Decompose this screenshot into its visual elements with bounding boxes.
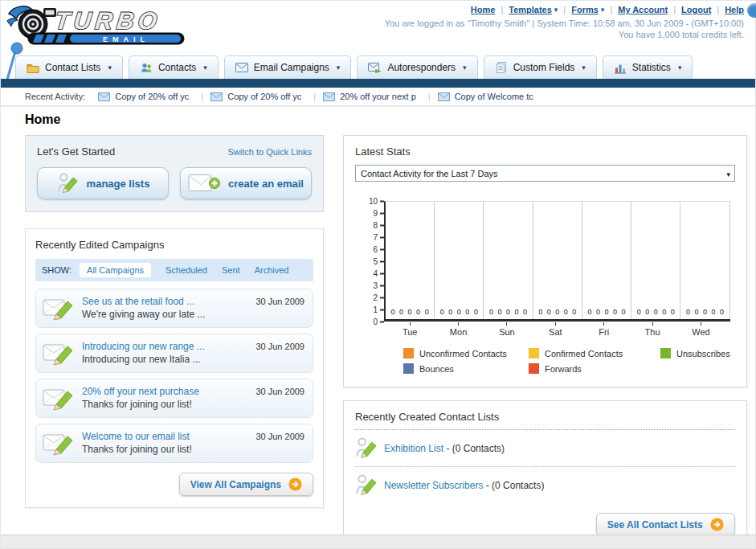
campaign-subtitle: Introducing our new Italia ... [82, 353, 248, 366]
nav-tab-label: Autoresponders [387, 62, 456, 73]
chart-value-label: 0 [440, 308, 444, 316]
chart-value-label: 0 [720, 308, 724, 316]
stats-period-select[interactable]: Contact Activity for the Last 7 Days [355, 165, 735, 182]
campaign-date: 30 Jun 2009 [255, 297, 304, 306]
x-axis-label: Tue [386, 322, 434, 337]
header-link-anchor[interactable]: Templates [509, 5, 552, 14]
chart-x-axis: TueMonSunSatFriThuWed [386, 322, 725, 337]
campaign-filter-tab[interactable]: Archived [255, 265, 289, 275]
legend-label: Unconfirmed Contacts [419, 349, 507, 358]
campaign-list-item[interactable]: See us at the retail food ... We're givi… [35, 289, 313, 328]
nav-tab[interactable]: Autoresponders [357, 55, 477, 79]
see-all-contact-lists-label: See All Contact Lists [607, 519, 703, 531]
recent-activity-bar: Recent Activity: Copy of 20% off yc Copy… [1, 88, 755, 106]
contact-list-link[interactable]: Newsletter Subscribers [384, 480, 483, 491]
chart-value-label: 0 [408, 308, 412, 316]
campaign-edit-icon [43, 432, 75, 456]
nav-tab[interactable]: Statistics [603, 55, 693, 79]
get-started-button[interactable]: create an email [180, 167, 312, 199]
get-started-button[interactable]: manage lists [37, 167, 169, 199]
envelope-icon [210, 92, 223, 101]
latest-stats-title: Latest Stats [355, 145, 735, 158]
campaign-date: 30 Jun 2009 [255, 342, 304, 351]
chart-value-label: 0 [538, 308, 542, 316]
page-title: Home [25, 113, 731, 127]
campaign-date: 30 Jun 2009 [255, 432, 304, 441]
recent-activity-item[interactable]: Copy of 20% off yc [98, 92, 210, 101]
y-tick-label: 9 [373, 209, 384, 218]
campaign-list: See us at the retail food ... We're givi… [35, 289, 313, 463]
header-link-anchor[interactable]: My Account [618, 5, 668, 14]
campaign-filter-tab[interactable]: Scheduled [166, 265, 207, 275]
nav-tab[interactable]: Contacts [129, 55, 219, 79]
chart-value-label: 0 [703, 308, 707, 316]
contact-lists-title: Recently Created Contact Lists [355, 411, 735, 430]
nav-tab[interactable]: Contact Lists [15, 55, 123, 79]
campaign-filter-tab[interactable]: Sent [222, 265, 240, 275]
y-tick-label: 5 [373, 257, 384, 266]
recent-activity-item-label: Copy of 20% off yc [227, 92, 301, 101]
chart-value-label: 0 [465, 308, 469, 316]
turbo-email-logo[interactable]: TURBO EMAIL [6, 2, 194, 49]
nav-tab[interactable]: Email Campaigns [224, 55, 352, 79]
campaign-filter-tab[interactable]: All Campaigns [80, 263, 151, 277]
dropdown-arrow-icon [601, 6, 605, 14]
contact-list-items: Exhibition List - (0 Contacts) Newslette… [355, 430, 735, 503]
legend-item: Unconfirmed Contacts [403, 348, 529, 358]
campaign-title-link[interactable]: Welcome to our email list [82, 430, 248, 443]
chart-value-label: 0 [498, 308, 502, 316]
get-started-panel: Let's Get Started Switch to Quick Links … [25, 135, 324, 212]
latest-stats-panel: Latest Stats Contact Activity for the La… [343, 135, 747, 387]
legend-swatch [529, 363, 539, 374]
y-tick-label: 4 [373, 269, 384, 278]
campaigns-filter-bar: SHOW: All Campaigns Scheduled Sent Archi… [35, 259, 313, 281]
nav-tab[interactable]: Custom Fields [484, 55, 597, 79]
view-all-campaigns-button[interactable]: View All Campaigns [179, 473, 313, 496]
chart-value-label: 0 [416, 308, 420, 316]
campaign-title-link[interactable]: 20% off your next purchase [82, 385, 248, 398]
recent-activity-item[interactable]: Copy of 20% off yc [210, 92, 323, 101]
header-link-anchor[interactable]: Help [725, 5, 744, 14]
chart-day-column: 00000 [484, 202, 533, 319]
y-tick-label: 10 [369, 197, 384, 206]
select-dropdown-arrow-icon [725, 169, 732, 178]
chart-value-label: 0 [622, 308, 626, 316]
nav-tab-label: Custom Fields [513, 62, 575, 73]
legend-swatch [403, 363, 414, 374]
header-link: Templates [509, 5, 571, 14]
recent-activity-label: Recent Activity: [25, 92, 85, 101]
chart-value-label: 0 [694, 308, 698, 316]
chart-value-label: 0 [515, 308, 519, 316]
header-link-anchor[interactable]: Logout [681, 5, 711, 14]
campaign-list-item[interactable]: Introducing our new range ... Introducin… [35, 334, 313, 373]
contact-list-count: - (0 Contacts) [486, 480, 545, 491]
legend-item: Forwards [529, 363, 660, 374]
contact-list-item[interactable]: Newsletter Subscribers - (0 Contacts) [355, 467, 735, 503]
header-link-anchor[interactable]: Forms [571, 5, 599, 14]
envelope-icon [438, 92, 450, 101]
chart-value-label: 0 [448, 308, 452, 316]
header-link-anchor[interactable]: Home [471, 5, 496, 14]
recent-activity-item[interactable]: Copy of Welcome tc [438, 92, 533, 101]
help-bubble-icon[interactable] [747, 3, 756, 18]
contact-list-item[interactable]: Exhibition List - (0 Contacts) [355, 430, 735, 467]
campaign-list-item[interactable]: Welcome to our email list Thanks for joi… [35, 424, 313, 463]
campaign-edit-icon [43, 342, 75, 366]
statistics-icon [614, 62, 627, 74]
campaign-title-link[interactable]: Introducing our new range ... [82, 340, 248, 353]
contact-list-link[interactable]: Exhibition List [384, 443, 443, 454]
campaign-title-link[interactable]: See us at the retail food ... [82, 295, 248, 308]
see-all-contact-lists-button[interactable]: See All Contact Lists [596, 513, 735, 535]
status-line-1: You are logged in as "Timothy Smith" | S… [385, 18, 744, 29]
campaign-list-item[interactable]: 20% off your next purchase Thanks for jo… [35, 379, 313, 418]
chart-value-label: 0 [596, 308, 600, 316]
recent-activity-item[interactable]: 20% off your next p [323, 92, 437, 101]
recently-created-contact-lists-panel: Recently Created Contact Lists Exhibitio… [343, 400, 747, 535]
header-nav-links: Home Templates Forms My Account Logout [471, 5, 744, 14]
logo-title: TURBO [54, 7, 162, 34]
chart-day-column: 00000 [435, 202, 484, 319]
chart-value-label: 0 [686, 308, 690, 316]
switch-quick-links[interactable]: Switch to Quick Links [227, 147, 312, 157]
chart-y-axis: 012345678910 [363, 201, 384, 322]
nav-tab-label: Contact Lists [45, 62, 100, 73]
